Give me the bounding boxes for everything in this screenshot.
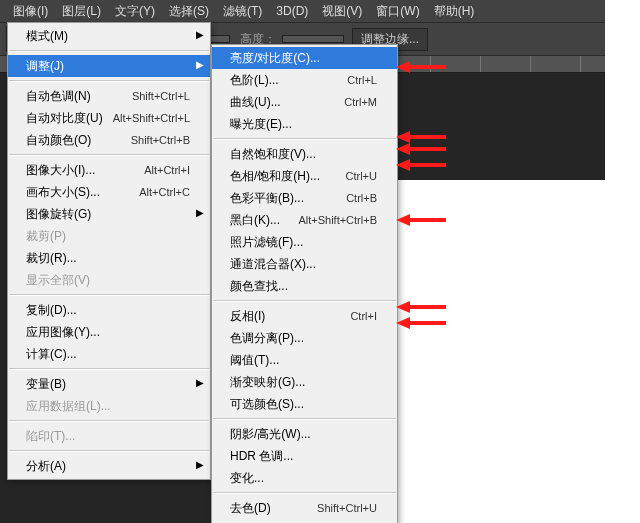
mi-crop[interactable]: 裁剪(P) — [8, 225, 210, 247]
chevron-right-icon: ▶ — [196, 459, 204, 470]
menu-type[interactable]: 文字(Y) — [108, 1, 162, 22]
menu-3d[interactable]: 3D(D) — [269, 2, 315, 20]
mi-gradient-map[interactable]: 渐变映射(G)... — [212, 371, 397, 393]
mi-color-balance[interactable]: 色彩平衡(B)...Ctrl+B — [212, 187, 397, 209]
chevron-right-icon: ▶ — [196, 207, 204, 218]
mi-apply-dataset[interactable]: 应用数据组(L)... — [8, 395, 210, 417]
mi-apply-image[interactable]: 应用图像(Y)... — [8, 321, 210, 343]
menu-help[interactable]: 帮助(H) — [427, 1, 482, 22]
mi-brightness-contrast[interactable]: 亮度/对比度(C)... — [212, 47, 397, 69]
chevron-right-icon: ▶ — [196, 29, 204, 40]
mi-selective-color[interactable]: 可选颜色(S)... — [212, 393, 397, 415]
mi-hue-saturation[interactable]: 色相/饱和度(H)...Ctrl+U — [212, 165, 397, 187]
separator — [9, 154, 209, 156]
chevron-right-icon: ▶ — [196, 377, 204, 388]
crop-whitespace — [605, 0, 640, 523]
mi-shadows-highlights[interactable]: 阴影/高光(W)... — [212, 423, 397, 445]
separator — [213, 138, 396, 140]
mi-levels[interactable]: 色阶(L)...Ctrl+L — [212, 69, 397, 91]
mi-posterize[interactable]: 色调分离(P)... — [212, 327, 397, 349]
mi-trap[interactable]: 陷印(T)... — [8, 425, 210, 447]
separator — [213, 418, 396, 420]
mi-invert[interactable]: 反相(I)Ctrl+I — [212, 305, 397, 327]
mi-canvas-size[interactable]: 画布大小(S)...Alt+Ctrl+C — [8, 181, 210, 203]
menu-select[interactable]: 选择(S) — [162, 1, 216, 22]
mi-analysis[interactable]: 分析(A)▶ — [8, 455, 210, 477]
mi-vibrance[interactable]: 自然饱和度(V)... — [212, 143, 397, 165]
mi-trim[interactable]: 裁切(R)... — [8, 247, 210, 269]
mi-image-size[interactable]: 图像大小(I)...Alt+Ctrl+I — [8, 159, 210, 181]
menu-filter[interactable]: 滤镜(T) — [216, 1, 269, 22]
mi-variations[interactable]: 变化... — [212, 467, 397, 489]
mi-mode[interactable]: 模式(M)▶ — [8, 25, 210, 47]
mi-channel-mixer[interactable]: 通道混合器(X)... — [212, 253, 397, 275]
menu-window[interactable]: 窗口(W) — [369, 1, 426, 22]
menu-image[interactable]: 图像(I) — [6, 1, 55, 22]
mi-auto-color[interactable]: 自动颜色(O)Shift+Ctrl+B — [8, 129, 210, 151]
mi-color-lookup[interactable]: 颜色查找... — [212, 275, 397, 297]
mi-black-white[interactable]: 黑白(K)...Alt+Shift+Ctrl+B — [212, 209, 397, 231]
menubar: 图像(I) 图层(L) 文字(Y) 选择(S) 滤镜(T) 3D(D) 视图(V… — [0, 0, 611, 22]
mi-variables[interactable]: 变量(B)▶ — [8, 373, 210, 395]
width-slider[interactable] — [282, 35, 344, 43]
mi-threshold[interactable]: 阈值(T)... — [212, 349, 397, 371]
mi-match-color[interactable]: 匹配颜色(M)... — [212, 519, 397, 523]
mi-adjustments[interactable]: 调整(J)▶ — [8, 55, 210, 77]
mi-photo-filter[interactable]: 照片滤镜(F)... — [212, 231, 397, 253]
mi-exposure[interactable]: 曝光度(E)... — [212, 113, 397, 135]
separator — [213, 492, 396, 494]
menu-view[interactable]: 视图(V) — [315, 1, 369, 22]
menu-layer[interactable]: 图层(L) — [55, 1, 108, 22]
mi-calculations[interactable]: 计算(C)... — [8, 343, 210, 365]
separator — [9, 420, 209, 422]
mi-desaturate[interactable]: 去色(D)Shift+Ctrl+U — [212, 497, 397, 519]
mi-duplicate[interactable]: 复制(D)... — [8, 299, 210, 321]
separator — [9, 450, 209, 452]
mi-auto-tone[interactable]: 自动色调(N)Shift+Ctrl+L — [8, 85, 210, 107]
mi-hdr-toning[interactable]: HDR 色调... — [212, 445, 397, 467]
separator — [9, 80, 209, 82]
chevron-right-icon: ▶ — [196, 59, 204, 70]
mi-image-rotation[interactable]: 图像旋转(G)▶ — [8, 203, 210, 225]
adjustments-submenu: 亮度/对比度(C)... 色阶(L)...Ctrl+L 曲线(U)...Ctrl… — [211, 44, 398, 523]
mi-reveal-all[interactable]: 显示全部(V) — [8, 269, 210, 291]
separator — [213, 300, 396, 302]
mi-curves[interactable]: 曲线(U)...Ctrl+M — [212, 91, 397, 113]
separator — [9, 368, 209, 370]
mi-auto-contrast[interactable]: 自动对比度(U)Alt+Shift+Ctrl+L — [8, 107, 210, 129]
separator — [9, 50, 209, 52]
image-menu: 模式(M)▶ 调整(J)▶ 自动色调(N)Shift+Ctrl+L 自动对比度(… — [7, 22, 211, 480]
separator — [9, 294, 209, 296]
